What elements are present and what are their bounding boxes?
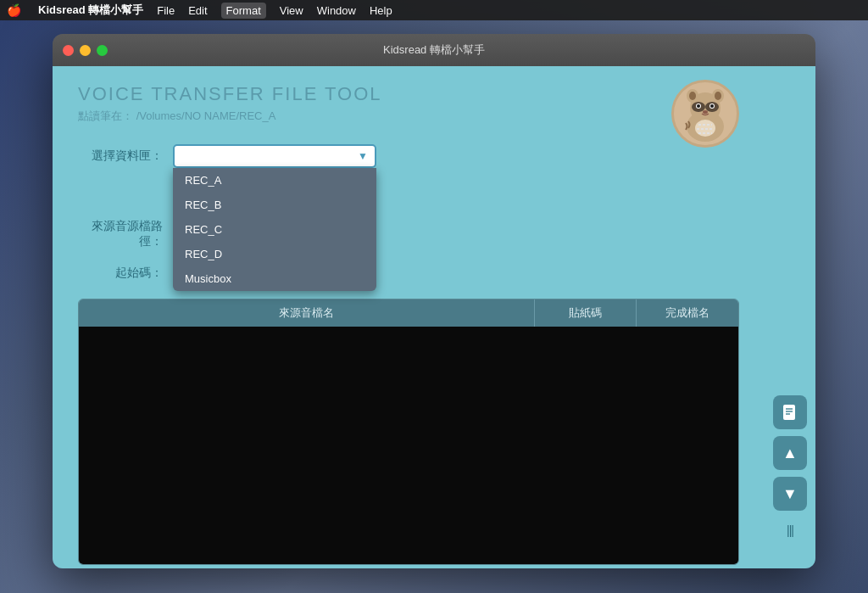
select-label: 選擇資料匣： [78,148,163,164]
close-button[interactable] [63,45,74,56]
document-button[interactable] [773,395,807,429]
menubar-file[interactable]: File [157,4,175,17]
svg-point-10 [697,104,700,108]
minimize-button[interactable] [80,45,91,56]
bars-icon: ||| [787,523,793,537]
svg-rect-17 [783,405,795,420]
menubar-app-name[interactable]: Kidsread 轉檔小幫手 [38,3,143,18]
form-area: 選擇資料匣： ▼ REC_A REC_B REC_C REC_D [78,144,739,285]
folder-dropdown[interactable]: ▼ [173,144,376,168]
svg-point-4 [689,92,696,100]
logo-area [671,80,739,148]
move-up-button[interactable]: ▲ [773,436,807,470]
file-table: 來源音檔名 貼紙碼 完成檔名 [78,299,739,565]
document-icon [781,403,799,422]
start-code-label: 起始碼： [78,266,163,281]
menubar-view[interactable]: View [280,4,303,17]
subtitle-prefix: 點讀筆在： [78,109,133,122]
option-rec-c[interactable]: REC_C [173,217,376,242]
dropdown-menu: REC_A REC_B REC_C REC_D Musicbox [173,168,376,291]
right-sidebar: ▲ ▼ ||| [765,66,815,568]
menubar-help[interactable]: Help [370,4,392,17]
svg-point-11 [710,104,714,108]
menubar-window[interactable]: Window [317,4,356,17]
col-output-filename: 完成檔名 [637,299,738,327]
apple-menu[interactable]: 🍎 [7,3,21,17]
subtitle-path: /Volumes/NO NAME/REC_A [136,109,276,122]
table-body [79,327,738,564]
dropdown-container: ▼ REC_A REC_B REC_C REC_D Musicbox [173,144,376,168]
bars-indicator: ||| [773,517,807,543]
menubar: 🍎 Kidsread 轉檔小幫手 File Edit Format View W… [0,0,868,20]
col-sticker-code: 貼紙碼 [535,299,637,327]
option-musicbox[interactable]: Musicbox [173,266,376,291]
app-subtitle: 點讀筆在： /Volumes/NO NAME/REC_A [78,109,739,124]
traffic-lights [63,45,108,56]
option-rec-a[interactable]: REC_A [173,168,376,193]
menubar-edit[interactable]: Edit [188,4,207,17]
svg-point-5 [715,92,721,100]
select-row: 選擇資料匣： ▼ REC_A REC_B REC_C REC_D [78,144,739,168]
menubar-format[interactable]: Format [221,3,266,19]
option-rec-b[interactable]: REC_B [173,193,376,217]
titlebar: Kidsread 轉檔小幫手 [53,34,815,66]
window-content: VOICE TRANSFER FILE TOOL 點讀筆在： /Volumes/… [53,66,815,568]
table-header: 來源音檔名 貼紙碼 完成檔名 [79,299,738,327]
move-down-button[interactable]: ▼ [773,477,807,511]
window-title: Kidsread 轉檔小幫手 [383,42,485,58]
chevron-down-icon: ▼ [358,150,368,162]
svg-point-12 [703,110,708,114]
col-source-filename: 來源音檔名 [79,299,535,327]
raccoon-icon [676,84,735,143]
maximize-button[interactable] [97,45,108,56]
option-rec-d[interactable]: REC_D [173,242,376,266]
desktop: 🍎 Kidsread 轉檔小幫手 File Edit Format View W… [0,0,868,593]
main-panel: VOICE TRANSFER FILE TOOL 點讀筆在： /Volumes/… [53,66,765,568]
down-arrow-icon: ▼ [782,485,798,503]
up-arrow-icon: ▲ [782,445,798,462]
app-title: VOICE TRANSFER FILE TOOL [78,83,739,105]
source-path-label: 來源音源檔路徑： [78,219,163,249]
app-logo [671,80,739,148]
app-window: Kidsread 轉檔小幫手 VOICE TRANSFER FILE TOOL … [53,34,815,568]
